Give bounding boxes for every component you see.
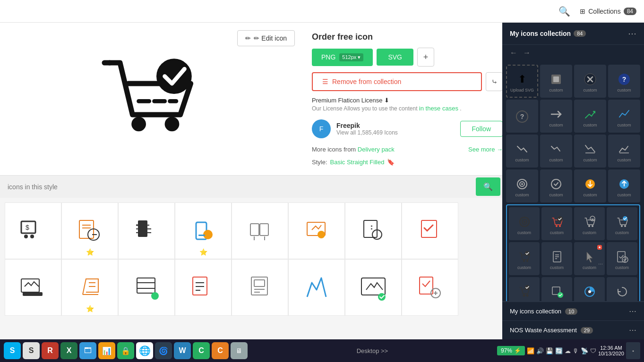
icon-item[interactable] — [288, 202, 345, 259]
icon-item[interactable]: ⭐ — [61, 259, 118, 316]
search-button[interactable]: 🔍 — [476, 177, 500, 196]
taskbar-excel-icon[interactable]: X — [60, 342, 77, 359]
icon-item[interactable] — [402, 259, 458, 316]
icon-item[interactable] — [345, 202, 402, 259]
panel-icon-question2[interactable]: ? — [506, 100, 538, 133]
search-icon[interactable]: 🔍 — [558, 6, 570, 17]
panel-icon-x[interactable]: custom — [574, 65, 606, 98]
more-formats-button[interactable]: + — [417, 48, 434, 67]
collection-bar-badge-1: 10 — [565, 308, 577, 315]
panel-icon-box-check[interactable]: custom — [541, 277, 572, 301]
style-link[interactable]: Basic Straight Filled — [330, 159, 385, 166]
panel-icon-chip[interactable]: custom — [540, 65, 572, 98]
taskbar-c1-icon[interactable]: C — [193, 342, 210, 359]
icon-item[interactable] — [118, 202, 175, 259]
search-bar: 🔍 — [0, 176, 502, 198]
taskbar-word-icon[interactable]: W — [174, 342, 191, 359]
search-input[interactable] — [2, 179, 476, 194]
star-icon: ⭐ — [86, 248, 94, 256]
taskbar-desktop-icon[interactable]: 🖥 — [231, 342, 248, 359]
panel-icon-label: custom — [617, 88, 631, 93]
svg-text:?: ? — [520, 113, 524, 120]
svg-rect-25 — [198, 235, 205, 236]
edit-icon-button[interactable]: ✏ ✏ Edit icon — [237, 30, 295, 46]
svg-download-button[interactable]: SVG — [377, 49, 413, 66]
share-button[interactable]: ⤷ — [486, 72, 502, 91]
panel-icon-cart-check3[interactable]: custom — [509, 242, 540, 275]
icon-item[interactable] — [288, 259, 345, 316]
trend-up-icon — [583, 107, 598, 122]
panel-icon-label: custom — [617, 193, 631, 197]
icon-svg — [189, 217, 217, 245]
icon-item[interactable] — [232, 259, 288, 316]
taskbar-time: 12:36 AM 10/13/2020 — [598, 345, 624, 356]
panel-icon-trend-up2[interactable]: custom — [608, 100, 640, 133]
icon-item[interactable] — [175, 259, 232, 316]
taskbar-s-icon[interactable]: S — [23, 342, 40, 359]
panel-icon-trend-up[interactable]: custom — [574, 100, 606, 133]
follow-button[interactable]: Follow — [460, 121, 502, 137]
panel-icon-target2[interactable]: custom — [540, 169, 572, 202]
taskbar-lock-icon[interactable]: 🔒 — [117, 342, 134, 359]
taskbar-swirl-icon[interactable]: 🌀 — [155, 342, 172, 359]
delivery-pack-link2[interactable]: Delivery pack — [358, 146, 395, 153]
panel-icon-trend-up3[interactable]: custom — [608, 135, 640, 168]
panel-icon-download-circle[interactable]: custom — [574, 169, 606, 202]
panel-icon-doc[interactable]: custom — [541, 242, 572, 275]
right-panel: My icons collection 84 ⋯ ← → ⬆ Upload SV… — [502, 23, 644, 339]
taskbar-chrome-icon[interactable]: 🌐 — [136, 342, 153, 359]
panel-icon-chart2[interactable]: custom — [540, 135, 572, 168]
svg-point-54 — [378, 293, 386, 301]
icon-item[interactable]: ⭐ — [61, 202, 118, 259]
panel-menu-icon[interactable]: ⋯ — [628, 28, 636, 39]
svg-point-6 — [156, 59, 192, 94]
panel-icon-cursor[interactable]: ⋯ custom — [574, 242, 605, 275]
freepik-avatar-icon: F — [314, 122, 328, 136]
icon-item[interactable]: ⭐ — [175, 202, 232, 259]
svg-point-1 — [131, 117, 146, 131]
panel-back-button[interactable]: ← — [510, 49, 517, 57]
panel-icon-doc-check[interactable]: custom — [607, 242, 637, 275]
remove-from-collection-button[interactable]: ☰ Remove from collection — [312, 72, 482, 91]
upload-svg-item[interactable]: ⬆ Upload SVG — [506, 65, 538, 98]
panel-icons-grid-row4: custom custom custom — [506, 169, 640, 202]
svg-point-10 — [24, 235, 28, 238]
panel-icon-cart-check4[interactable]: custom — [509, 277, 540, 301]
panel-icon-refresh[interactable]: custom — [607, 277, 637, 301]
collection-bar-menu-1[interactable]: ⋯ — [629, 307, 636, 316]
icon-item[interactable] — [345, 259, 402, 316]
panel-icon-cart-check[interactable]: custom — [541, 207, 572, 240]
taskbar-r-icon[interactable]: R — [42, 342, 59, 359]
icon-svg — [132, 273, 161, 302]
panel-icon-upload-circle[interactable]: custom — [608, 169, 640, 202]
icon-item[interactable]: $ — [5, 202, 61, 259]
taskbar-skype-icon[interactable]: S — [4, 342, 21, 359]
taskbar-c2-icon[interactable]: C — [212, 342, 229, 359]
analytics-icon — [582, 284, 597, 299]
panel-icon-trend-down2[interactable]: custom — [574, 135, 606, 168]
content-area: ✏ ✏ Edit icon — [0, 23, 502, 339]
icon-item[interactable] — [5, 259, 61, 316]
panel-forward-button[interactable]: → — [523, 49, 531, 57]
panel-icon-question[interactable]: ? custom — [608, 65, 640, 98]
collections-nav[interactable]: ⊞ Collections 84 — [580, 8, 636, 15]
panel-icon-cart-arrow[interactable]: custom — [574, 207, 605, 240]
panel-icon-analytics[interactable]: custom — [574, 277, 605, 301]
panel-icon-arrow[interactable]: custom — [540, 100, 572, 133]
license-link[interactable]: in these cases — [419, 105, 458, 112]
refresh-icon — [615, 284, 630, 299]
icon-item[interactable] — [118, 259, 175, 316]
panel-icon-trend-down[interactable]: custom — [506, 135, 538, 168]
panel-icon-label: custom — [515, 158, 529, 162]
collection-bar-menu-2[interactable]: ⋯ — [629, 326, 636, 335]
see-more-button[interactable]: See more → — [468, 146, 502, 153]
panel-icon-target[interactable]: custom — [506, 169, 538, 202]
taskbar-app-icon[interactable]: 🗔 — [79, 342, 96, 359]
panel-icon-cart-check2[interactable]: custom — [607, 207, 637, 240]
show-desktop-button[interactable]: ▪ — [626, 342, 640, 359]
icon-item[interactable] — [402, 202, 458, 259]
png-download-button[interactable]: PNG 512px ▾ — [312, 49, 373, 66]
taskbar-chart-icon[interactable]: 📊 — [98, 342, 115, 359]
icon-item[interactable] — [232, 202, 288, 259]
panel-icon-bullseye[interactable]: custom — [509, 207, 540, 240]
